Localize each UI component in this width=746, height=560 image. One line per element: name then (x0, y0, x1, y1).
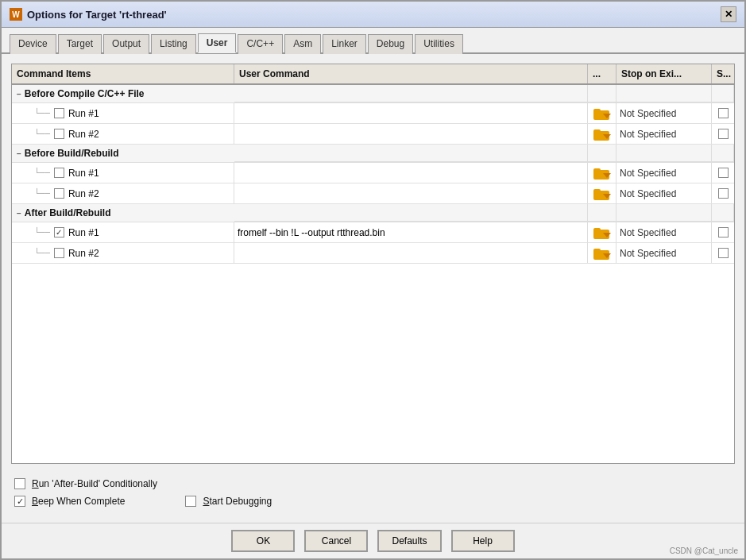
run1-checkbox-g3r1[interactable] (54, 227, 64, 238)
folder-icon (593, 247, 611, 260)
row-label: └── Run #1 (12, 103, 234, 123)
row-command[interactable] (234, 183, 588, 203)
row-s[interactable] (712, 103, 734, 123)
close-button[interactable]: ✕ (721, 6, 736, 22)
table-row: └── Run #2 Not Specified (12, 124, 734, 145)
s-checkbox-g3r1[interactable] (718, 227, 729, 238)
tab-target[interactable]: Target (58, 34, 102, 54)
browse-btn-g3r2[interactable] (592, 245, 613, 261)
tab-linker[interactable]: Linker (323, 34, 366, 54)
group-cell-6 (588, 145, 617, 162)
option-row-2: Beep When Complete Start Debugging (14, 496, 732, 507)
group-cell-1 (234, 85, 588, 102)
row-s[interactable] (712, 183, 734, 203)
beep-when-complete-checkbox[interactable] (14, 496, 25, 507)
row-s[interactable] (712, 163, 734, 183)
group-cell-8 (712, 145, 734, 162)
start-debugging-checkbox[interactable] (185, 496, 196, 507)
command-input-g3r2[interactable] (238, 248, 584, 259)
row-command[interactable] (234, 222, 588, 242)
s-checkbox-g1r2[interactable] (718, 129, 729, 139)
group-cell-7 (617, 145, 712, 162)
row-browse[interactable] (588, 222, 617, 242)
command-table: Command Items User Command ... Stop on E… (11, 64, 735, 464)
help-button[interactable]: Help (451, 530, 515, 552)
table-row: └── Run #2 Not Specified (12, 183, 734, 204)
stop-value-g3r2: Not Specified (620, 248, 676, 259)
row-label: └── Run #1 (12, 163, 234, 183)
command-input-g2r2[interactable] (238, 188, 584, 199)
row-stop: Not Specified (617, 183, 712, 203)
collapse-icon-1: − (17, 90, 21, 98)
tab-debug[interactable]: Debug (368, 34, 413, 54)
collapse-icon-3: − (17, 209, 21, 218)
folder-icon (593, 167, 611, 180)
run2-checkbox-g3r2[interactable] (54, 248, 64, 258)
col-command-items: Command Items (12, 64, 234, 83)
browse-btn-g2r2[interactable] (592, 186, 613, 202)
ok-button[interactable]: OK (231, 530, 295, 552)
title-bar-left: W Options for Target 'rt-thread' (10, 8, 167, 21)
row-s[interactable] (712, 222, 734, 242)
run1-checkbox-g1r1[interactable] (54, 108, 64, 118)
watermark: CSDN @Cat_uncle (670, 546, 738, 555)
browse-btn-g2r1[interactable] (592, 165, 613, 181)
stop-value-g1r2: Not Specified (620, 129, 676, 140)
s-checkbox-g2r1[interactable] (718, 168, 729, 178)
row-stop: Not Specified (617, 243, 712, 263)
defaults-button[interactable]: Defaults (377, 530, 441, 552)
group-cell-10 (588, 204, 617, 222)
tree-line: └── (34, 168, 50, 178)
run2-checkbox-g2r2[interactable] (54, 188, 64, 199)
group-cell-4 (712, 85, 734, 102)
run1-checkbox-g2r1[interactable] (54, 168, 64, 178)
tab-utilities[interactable]: Utilities (415, 34, 463, 54)
s-checkbox-g2r2[interactable] (718, 188, 729, 199)
row-browse[interactable] (588, 103, 617, 123)
command-input-g1r2[interactable] (238, 129, 584, 140)
collapse-icon-2: − (17, 149, 21, 158)
browse-btn-g1r1[interactable] (592, 106, 613, 122)
row-browse[interactable] (588, 243, 617, 263)
row-command[interactable] (234, 243, 588, 263)
group-cell-12 (712, 204, 734, 222)
tree-line: └── (34, 108, 50, 118)
tab-device[interactable]: Device (10, 34, 56, 54)
row-browse[interactable] (588, 163, 617, 183)
table-row: └── Run #1 Not Specified (12, 222, 734, 243)
row-command[interactable] (234, 103, 588, 123)
cancel-button[interactable]: Cancel (304, 530, 368, 552)
row-command[interactable] (234, 163, 588, 183)
group-after-build-label[interactable]: − After Build/Rebuild (12, 204, 234, 222)
row-browse[interactable] (588, 183, 617, 203)
row-command[interactable] (234, 124, 588, 144)
run2-checkbox-g1r2[interactable] (54, 129, 64, 139)
tab-listing[interactable]: Listing (151, 34, 196, 54)
tab-cpp[interactable]: C/C++ (238, 34, 283, 54)
tab-asm[interactable]: Asm (284, 34, 321, 54)
s-checkbox-g1r1[interactable] (718, 108, 729, 118)
row-name: Run #2 (68, 188, 99, 199)
row-s[interactable] (712, 124, 734, 144)
group-before-compile-label[interactable]: − Before Compile C/C++ File (12, 85, 234, 102)
group-before-build-label[interactable]: − Before Build/Rebuild (12, 145, 234, 162)
folder-icon (593, 128, 611, 141)
browse-btn-g3r1[interactable] (592, 225, 613, 241)
options-panel: Run 'After-Build' Conditionally Beep Whe… (11, 472, 735, 513)
command-input-g3r1[interactable] (238, 227, 584, 238)
tab-output[interactable]: Output (103, 34, 149, 54)
command-input-g1r1[interactable] (238, 108, 584, 119)
browse-btn-g1r2[interactable] (592, 126, 613, 142)
tab-bar: Device Target Output Listing User C/C++ … (2, 28, 744, 54)
group-cell-2 (588, 85, 617, 102)
col-stop-on-exit: Stop on Exi... (617, 64, 712, 83)
row-label: └── Run #2 (12, 124, 234, 144)
row-name: Run #2 (68, 129, 99, 140)
tab-user[interactable]: User (198, 33, 237, 53)
s-checkbox-g3r2[interactable] (718, 248, 729, 258)
run-after-build-checkbox[interactable] (14, 478, 25, 489)
command-input-g2r1[interactable] (238, 168, 584, 179)
row-stop: Not Specified (617, 103, 712, 123)
row-s[interactable] (712, 243, 734, 263)
row-browse[interactable] (588, 124, 617, 144)
